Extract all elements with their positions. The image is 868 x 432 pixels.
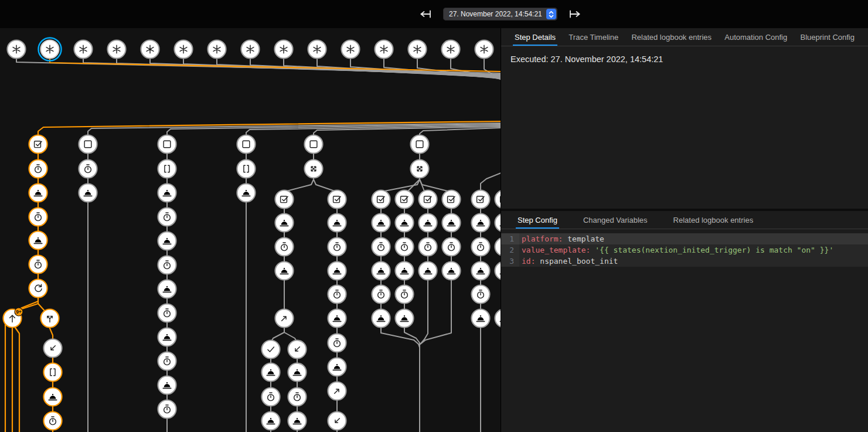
split-arrows-node[interactable] bbox=[41, 309, 59, 328]
code-line[interactable]: 2value_template: '{{ states(nextion_init… bbox=[501, 244, 868, 256]
arrow-bottom-left-node[interactable] bbox=[328, 412, 346, 430]
timer-node[interactable] bbox=[419, 238, 437, 256]
next-trace-button[interactable] bbox=[567, 6, 583, 22]
trace-picker[interactable]: 27. November 2022, 14:54:21 bbox=[443, 8, 557, 21]
tab-related-logbook-entries[interactable]: Related logbook entries bbox=[629, 28, 713, 46]
service-bell-node[interactable] bbox=[396, 309, 414, 328]
checkbox-marked-node[interactable] bbox=[372, 191, 390, 209]
tab-blueprint-config[interactable]: Blueprint Config bbox=[798, 28, 856, 46]
service-bell-node[interactable] bbox=[262, 363, 280, 382]
checkbox-marked-node[interactable] bbox=[442, 191, 461, 209]
service-bell-node[interactable] bbox=[419, 214, 437, 232]
service-bell-node[interactable] bbox=[442, 262, 461, 280]
service-bell-node[interactable] bbox=[472, 262, 490, 280]
timer-node[interactable] bbox=[328, 334, 346, 352]
asterisk-node[interactable] bbox=[442, 40, 460, 59]
checkbox-marked-node[interactable] bbox=[419, 191, 437, 209]
asterisk-node[interactable] bbox=[375, 40, 393, 59]
checkbox-marked-node[interactable] bbox=[328, 191, 346, 209]
checkbox-marked-node[interactable] bbox=[495, 191, 502, 209]
service-bell-node[interactable] bbox=[372, 214, 390, 232]
service-bell-node[interactable] bbox=[328, 358, 346, 376]
arrow-bottom-left-node[interactable] bbox=[44, 339, 62, 358]
asterisk-node[interactable] bbox=[475, 40, 493, 59]
asterisk-node[interactable] bbox=[342, 40, 360, 59]
service-bell-node[interactable] bbox=[158, 184, 176, 202]
repeat-node[interactable] bbox=[29, 280, 47, 298]
service-bell-node[interactable] bbox=[442, 214, 461, 232]
service-bell-node[interactable] bbox=[372, 309, 390, 328]
asterisk-node[interactable] bbox=[8, 40, 26, 59]
brackets-node[interactable] bbox=[237, 160, 256, 178]
service-bell-node[interactable] bbox=[396, 262, 414, 280]
tab-step-config[interactable]: Step Config bbox=[516, 211, 559, 229]
timer-node[interactable] bbox=[29, 160, 47, 178]
asterisk-node[interactable] bbox=[108, 40, 126, 59]
service-bell-node[interactable] bbox=[495, 214, 502, 232]
service-bell-node[interactable] bbox=[372, 262, 390, 280]
timer-node[interactable] bbox=[328, 238, 346, 256]
service-bell-node[interactable] bbox=[237, 184, 256, 202]
timer-node[interactable] bbox=[396, 285, 414, 304]
brackets-node[interactable] bbox=[158, 160, 176, 178]
service-bell-node[interactable] bbox=[79, 184, 97, 202]
checkbox-marked-node[interactable] bbox=[472, 191, 490, 209]
timer-node[interactable] bbox=[275, 238, 294, 256]
checkbox-blank-node[interactable] bbox=[158, 135, 176, 154]
timer-node[interactable] bbox=[29, 208, 47, 226]
timer-node[interactable] bbox=[396, 238, 414, 256]
service-bell-node[interactable] bbox=[472, 309, 490, 328]
service-bell-node[interactable] bbox=[275, 262, 294, 280]
asterisk-node[interactable] bbox=[308, 40, 326, 59]
service-bell-node[interactable] bbox=[44, 388, 62, 406]
service-bell-node[interactable] bbox=[158, 280, 176, 298]
timer-node[interactable] bbox=[158, 304, 176, 322]
tab-automation-config[interactable]: Automation Config bbox=[723, 28, 789, 46]
service-bell-node[interactable] bbox=[472, 214, 490, 232]
asterisk-node[interactable] bbox=[241, 40, 260, 59]
timer-node[interactable] bbox=[495, 238, 502, 256]
arrow-top-right-node[interactable] bbox=[328, 382, 346, 400]
service-bell-node[interactable] bbox=[288, 412, 307, 430]
service-bell-node[interactable] bbox=[328, 309, 346, 328]
code-line[interactable]: 3id: nspanel_boot_init bbox=[501, 256, 868, 267]
service-bell-node[interactable] bbox=[158, 328, 176, 346]
service-bell-node[interactable] bbox=[419, 262, 437, 280]
timer-node[interactable] bbox=[44, 412, 62, 430]
code-line[interactable]: 1platform: template bbox=[501, 233, 868, 244]
automation-trace-graph[interactable]: 9+ bbox=[0, 28, 501, 432]
timer-node[interactable] bbox=[472, 285, 490, 304]
timer-node[interactable] bbox=[158, 208, 176, 226]
asterisk-node[interactable] bbox=[74, 40, 93, 59]
asterisk-node[interactable] bbox=[141, 40, 159, 59]
asterisk-node[interactable] bbox=[275, 40, 293, 59]
checkbox-blank-node[interactable] bbox=[305, 135, 323, 154]
brackets-node[interactable] bbox=[44, 363, 62, 382]
checkbox-blank-node[interactable] bbox=[411, 135, 429, 154]
arrow-up-node[interactable]: 9+ bbox=[4, 308, 23, 328]
timer-node[interactable] bbox=[288, 388, 307, 406]
timer-node[interactable] bbox=[158, 400, 176, 419]
asterisk-node[interactable] bbox=[409, 40, 427, 59]
timer-node[interactable] bbox=[158, 352, 176, 370]
service-bell-node[interactable] bbox=[275, 214, 294, 232]
tab-trace-timeline[interactable]: Trace Timeline bbox=[567, 28, 620, 46]
timer-node[interactable] bbox=[328, 285, 346, 304]
checkbox-blank-node[interactable] bbox=[237, 135, 256, 154]
service-bell-node[interactable] bbox=[158, 376, 176, 394]
service-bell-node[interactable] bbox=[495, 309, 502, 328]
service-bell-node[interactable] bbox=[29, 232, 47, 250]
parallel-node[interactable] bbox=[411, 160, 429, 178]
check-node[interactable] bbox=[262, 341, 280, 359]
service-bell-node[interactable] bbox=[396, 214, 414, 232]
service-bell-node[interactable] bbox=[495, 262, 502, 280]
checkbox-marked-node[interactable] bbox=[396, 191, 414, 209]
timer-node[interactable] bbox=[79, 160, 97, 178]
service-bell-node[interactable] bbox=[288, 363, 307, 382]
previous-trace-button[interactable] bbox=[417, 6, 434, 22]
asterisk-node[interactable] bbox=[175, 40, 193, 59]
yaml-editor[interactable]: 1platform: template2value_template: '{{ … bbox=[501, 233, 868, 267]
parallel-node[interactable] bbox=[305, 160, 323, 178]
timer-node[interactable] bbox=[158, 256, 176, 274]
service-bell-node[interactable] bbox=[328, 262, 346, 280]
